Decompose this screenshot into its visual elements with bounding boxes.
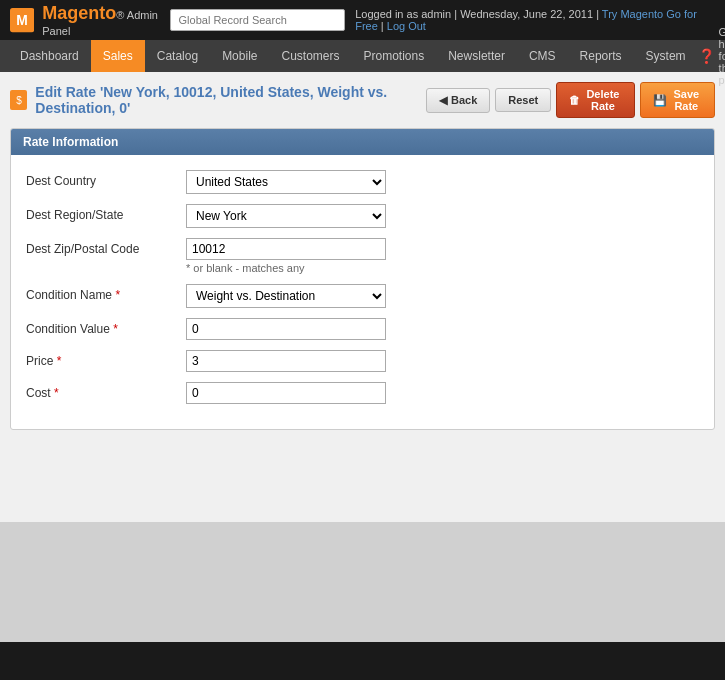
- condition-value-control: [186, 318, 699, 340]
- price-row: Price *: [26, 350, 699, 372]
- nav-item-system[interactable]: System: [634, 40, 698, 72]
- page-title: Edit Rate 'New York, 10012, United State…: [35, 84, 426, 116]
- logo-text: Magento® Admin Panel: [42, 3, 169, 38]
- cost-label: Cost *: [26, 382, 186, 400]
- condition-name-label: Condition Name *: [26, 284, 186, 302]
- delete-rate-button[interactable]: 🗑 Delete Rate: [556, 82, 634, 118]
- dest-zip-input[interactable]: [186, 238, 386, 260]
- nav-item-dashboard[interactable]: Dashboard: [8, 40, 91, 72]
- content-area: $ Edit Rate 'New York, 10012, United Sta…: [0, 72, 725, 522]
- dest-region-row: Dest Region/State New York: [26, 204, 699, 228]
- price-input[interactable]: [186, 350, 386, 372]
- top-bar: M Magento® Admin Panel Logged in as admi…: [0, 0, 725, 40]
- nav-item-reports[interactable]: Reports: [568, 40, 634, 72]
- section-body: Dest Country United States Dest Region/S…: [11, 155, 714, 429]
- dest-region-control: New York: [186, 204, 699, 228]
- magento-logo-icon: M: [10, 6, 34, 34]
- condition-name-select[interactable]: Weight vs. Destination: [186, 284, 386, 308]
- cost-control: [186, 382, 699, 404]
- nav-item-promotions[interactable]: Promotions: [352, 40, 437, 72]
- page-title-area: $ Edit Rate 'New York, 10012, United Sta…: [10, 84, 426, 116]
- global-search-input[interactable]: [170, 9, 346, 31]
- nav-items: Dashboard Sales Catalog Mobile Customers…: [8, 40, 698, 72]
- nav-item-newsletter[interactable]: Newsletter: [436, 40, 517, 72]
- page-header: $ Edit Rate 'New York, 10012, United Sta…: [10, 82, 715, 118]
- cost-input[interactable]: [186, 382, 386, 404]
- dest-zip-hint: * or blank - matches any: [186, 262, 699, 274]
- dest-region-select[interactable]: New York: [186, 204, 386, 228]
- nav-bar: Dashboard Sales Catalog Mobile Customers…: [0, 40, 725, 72]
- logout-link[interactable]: Log Out: [387, 20, 426, 32]
- condition-value-label: Condition Value *: [26, 318, 186, 336]
- dest-region-label: Dest Region/State: [26, 204, 186, 222]
- dest-zip-row: Dest Zip/Postal Code * or blank - matche…: [26, 238, 699, 274]
- dest-country-control: United States: [186, 170, 699, 194]
- rate-icon: $: [10, 90, 27, 110]
- black-footer: [0, 642, 725, 680]
- nav-item-cms[interactable]: CMS: [517, 40, 568, 72]
- condition-name-row: Condition Name * Weight vs. Destination: [26, 284, 699, 308]
- help-icon: ❓: [698, 48, 715, 64]
- nav-item-mobile[interactable]: Mobile: [210, 40, 269, 72]
- back-button[interactable]: ◀ Back: [426, 88, 490, 113]
- delete-icon: 🗑: [569, 94, 580, 106]
- help-link[interactable]: ❓ Get help for this page: [698, 26, 725, 86]
- save-rate-button[interactable]: 💾 Save Rate: [640, 82, 715, 118]
- price-required: *: [57, 354, 62, 368]
- svg-text:M: M: [16, 12, 28, 28]
- nav-item-sales[interactable]: Sales: [91, 40, 145, 72]
- condition-value-required: *: [113, 322, 118, 336]
- condition-value-input[interactable]: [186, 318, 386, 340]
- cost-row: Cost *: [26, 382, 699, 404]
- price-label: Price *: [26, 350, 186, 368]
- condition-value-row: Condition Value *: [26, 318, 699, 340]
- top-right-area: Logged in as admin | Wednesday, June 22,…: [170, 8, 715, 32]
- condition-name-required: *: [115, 288, 120, 302]
- dest-zip-label: Dest Zip/Postal Code: [26, 238, 186, 256]
- save-icon: 💾: [653, 94, 667, 107]
- condition-name-control: Weight vs. Destination: [186, 284, 699, 308]
- nav-item-catalog[interactable]: Catalog: [145, 40, 210, 72]
- header-buttons: ◀ Back Reset 🗑 Delete Rate 💾 Save Rate: [426, 82, 715, 118]
- svg-text:$: $: [16, 95, 22, 106]
- nav-item-customers[interactable]: Customers: [269, 40, 351, 72]
- footer-gray-area: [0, 522, 725, 642]
- dest-country-label: Dest Country: [26, 170, 186, 188]
- user-info: Logged in as admin | Wednesday, June 22,…: [355, 8, 715, 32]
- dest-zip-control: * or blank - matches any: [186, 238, 699, 274]
- reset-button[interactable]: Reset: [495, 88, 551, 112]
- dest-country-select[interactable]: United States: [186, 170, 386, 194]
- back-arrow-icon: ◀: [439, 94, 447, 107]
- rate-page-icon: $: [12, 93, 26, 107]
- cost-required: *: [54, 386, 59, 400]
- dest-country-row: Dest Country United States: [26, 170, 699, 194]
- section-header: Rate Information: [11, 129, 714, 155]
- price-control: [186, 350, 699, 372]
- rate-information-section: Rate Information Dest Country United Sta…: [10, 128, 715, 430]
- logo-area: M Magento® Admin Panel: [10, 3, 170, 38]
